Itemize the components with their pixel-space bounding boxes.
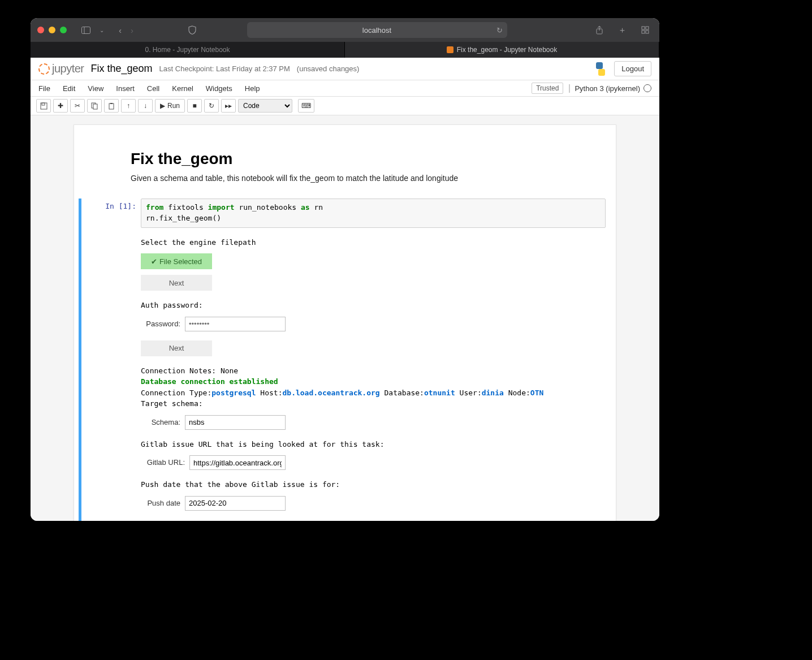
cell-selection-bar xyxy=(79,199,81,521)
tab-overview-icon[interactable] xyxy=(638,24,653,37)
move-up-button[interactable]: ↑ xyxy=(121,99,136,113)
paste-button[interactable] xyxy=(104,99,119,113)
checkpoint-text: Last Checkpoint: Last Friday at 2:37 PM xyxy=(159,64,290,73)
code-input[interactable]: from fixtools import run_notebooks as rn… xyxy=(141,199,606,228)
window-controls xyxy=(37,27,67,33)
python-logo-icon xyxy=(594,62,607,76)
svg-rect-6 xyxy=(646,31,649,33)
new-tab-icon[interactable]: ＋ xyxy=(615,24,630,37)
menu-insert[interactable]: Insert xyxy=(116,84,135,93)
menu-edit[interactable]: Edit xyxy=(63,84,75,93)
gitlab-url-label: Gitlab URL: xyxy=(141,457,185,468)
svg-rect-12 xyxy=(110,103,113,104)
kernel-name[interactable]: Python 3 (ipykernel) xyxy=(569,84,640,93)
browser-titlebar: ⌄ ‹ › localhost ↻ ＋ xyxy=(31,18,659,42)
svg-rect-3 xyxy=(642,27,645,29)
page-title: Fix the_geom xyxy=(131,150,559,168)
command-palette-button[interactable]: ⌨ xyxy=(298,99,314,113)
page-viewport[interactable]: jupyter Fix the_geom Last Checkpoint: La… xyxy=(31,58,659,521)
out-auth-password: Auth password: xyxy=(141,300,611,311)
notebook: Fix the_geom Given a schema and table, t… xyxy=(74,124,616,521)
unsaved-text: (unsaved changes) xyxy=(297,64,360,73)
out-push-prompt: Push date that the above Gitlab issue is… xyxy=(141,479,611,490)
jupyter-menubar: File Edit View Insert Cell Kernel Widget… xyxy=(31,80,659,97)
menu-help[interactable]: Help xyxy=(245,84,260,93)
jupyter-logo[interactable]: jupyter xyxy=(38,62,84,75)
file-selected-button[interactable]: ✔ File Selected xyxy=(141,253,212,269)
push-date-input[interactable] xyxy=(185,496,286,511)
move-down-button[interactable]: ↓ xyxy=(138,99,153,113)
svg-rect-0 xyxy=(82,27,90,33)
shield-icon[interactable] xyxy=(185,24,200,36)
share-icon[interactable] xyxy=(592,24,607,37)
schema-input[interactable] xyxy=(185,415,286,430)
run-label: Run xyxy=(167,102,180,110)
close-window-icon[interactable] xyxy=(37,27,44,33)
cell-type-select[interactable]: Code xyxy=(238,99,292,113)
markdown-cell[interactable]: Fix the_geom Given a schema and table, t… xyxy=(74,136,616,196)
add-cell-button[interactable]: ✚ xyxy=(53,99,68,113)
page-description: Given a schema and table, this notebook … xyxy=(131,174,559,183)
menu-widgets[interactable]: Widgets xyxy=(206,84,232,93)
menu-kernel[interactable]: Kernel xyxy=(172,84,193,93)
tab-label: Fix the_geom - Jupyter Notebook xyxy=(457,46,557,54)
out-target-schema: Target schema: xyxy=(141,398,611,409)
browser-window: ⌄ ‹ › localhost ↻ ＋ 0. Home - Jupyter No… xyxy=(31,18,659,521)
cell-prompt: In [1]: xyxy=(91,202,136,210)
jupyter-toolbar: ✚ ✂ ↑ ↓ ▶ Run ■ ↻ ▸▸ Code ⌨ xyxy=(31,97,659,115)
schema-label: Schema: xyxy=(141,417,180,428)
interrupt-button[interactable]: ■ xyxy=(187,99,202,113)
browser-tab-home[interactable]: 0. Home - Jupyter Notebook xyxy=(31,42,345,58)
jupyter-logo-text: jupyter xyxy=(52,62,84,75)
svg-rect-11 xyxy=(109,103,114,109)
jupyter-header: jupyter Fix the_geom Last Checkpoint: La… xyxy=(31,58,659,115)
zoom-window-icon[interactable] xyxy=(60,27,67,33)
svg-rect-8 xyxy=(42,103,45,105)
address-bar[interactable]: localhost ↻ xyxy=(247,22,507,38)
out-conn-established: Database connection established xyxy=(141,376,611,387)
cut-button[interactable]: ✂ xyxy=(70,99,85,113)
notebook-title[interactable]: Fix the_geom xyxy=(91,63,153,75)
password-input[interactable] xyxy=(185,317,286,331)
jupyter-logo-icon xyxy=(38,63,50,75)
minimize-window-icon[interactable] xyxy=(49,27,55,33)
trusted-badge[interactable]: Trusted xyxy=(532,83,563,94)
browser-tabbar: 0. Home - Jupyter Notebook Fix the_geom … xyxy=(31,42,659,58)
out-print-sql-prompt: Print SQL: set to True to print the SQL,… xyxy=(141,520,611,521)
notebook-favicon-icon xyxy=(447,46,453,53)
out-gitlab-prompt: Gitlab issue URL that is being looked at… xyxy=(141,439,611,450)
gitlab-url-input[interactable] xyxy=(189,455,286,470)
code-cell-1[interactable]: In [1]: from fixtools import run_noteboo… xyxy=(79,199,611,521)
svg-rect-5 xyxy=(642,31,645,33)
browser-tab-notebook[interactable]: Fix the_geom - Jupyter Notebook xyxy=(345,42,659,58)
menu-cell[interactable]: Cell xyxy=(147,84,159,93)
next-button-1[interactable]: Next xyxy=(141,275,212,291)
sidebar-toggle-icon[interactable] xyxy=(78,25,94,35)
password-label: Password: xyxy=(141,318,180,330)
out-conn-detail: Connection Type:postgresql Host:db.load.… xyxy=(141,387,611,399)
kernel-status-icon[interactable] xyxy=(643,84,651,92)
reload-icon[interactable]: ↻ xyxy=(496,26,503,34)
restart-button[interactable]: ↻ xyxy=(204,99,219,113)
push-date-label: Push date xyxy=(141,498,180,509)
copy-button[interactable] xyxy=(87,99,102,113)
forward-icon[interactable]: › xyxy=(127,24,137,36)
menu-file[interactable]: File xyxy=(38,84,50,93)
cell-output: Select the engine filepath ✔ File Select… xyxy=(141,237,611,521)
save-button[interactable] xyxy=(36,99,51,113)
next-button-2[interactable]: Next xyxy=(141,340,212,356)
out-conn-notes: Connection Notes: None xyxy=(141,365,611,377)
chevron-down-icon[interactable]: ⌄ xyxy=(96,26,107,34)
svg-rect-10 xyxy=(93,104,97,109)
svg-rect-4 xyxy=(646,27,649,29)
menu-view[interactable]: View xyxy=(88,84,103,93)
back-icon[interactable]: ‹ xyxy=(115,24,125,36)
address-text: localhost xyxy=(362,26,391,34)
file-selected-label: File Selected xyxy=(159,257,202,266)
restart-run-all-button[interactable]: ▸▸ xyxy=(221,99,236,113)
run-button[interactable]: ▶ Run xyxy=(155,99,185,113)
logout-button[interactable]: Logout xyxy=(614,61,651,76)
out-select-engine: Select the engine filepath xyxy=(141,237,611,248)
tab-label: 0. Home - Jupyter Notebook xyxy=(145,46,230,54)
